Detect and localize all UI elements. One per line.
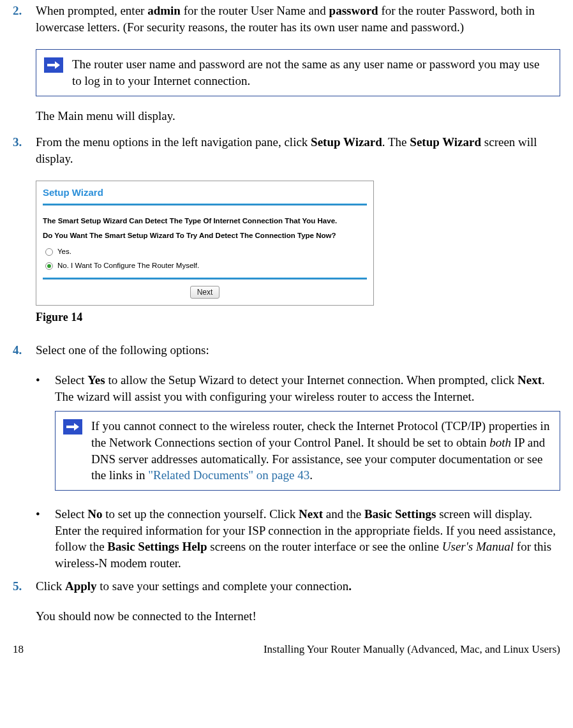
button-row: Next (43, 286, 367, 299)
setup-wizard-figure: Setup Wizard The Smart Setup Wizard Can … (36, 181, 374, 306)
italic-text: User's Manual (442, 540, 514, 553)
text: Select (55, 373, 87, 387)
arrow-right-icon (63, 419, 82, 435)
text: to set up the connection yourself. Click (102, 507, 299, 521)
radio-option-no[interactable]: No. I Want To Configure The Router Mysel… (43, 259, 367, 273)
radio-icon (45, 248, 53, 256)
figure-caption: Figure 14 (36, 309, 560, 325)
bold-text: Yes (87, 373, 105, 387)
divider (43, 278, 367, 279)
step-number: 3. (13, 134, 36, 172)
bullet-body: Select Yes to allow the Setup Wizard to … (55, 372, 560, 405)
note-box: The router user name and password are no… (36, 49, 560, 96)
text: screens on the router interface or see t… (207, 540, 442, 553)
paragraph-block: You should now be connected to the Inter… (36, 608, 560, 625)
paragraph: From the menu options in the left naviga… (36, 134, 560, 167)
step-number: 5. (13, 578, 36, 600)
bullet-item-no: • Select No to set up the connection you… (36, 506, 560, 572)
bold-text: Setup Wizard (311, 135, 382, 149)
text: to allow the Setup Wizard to detect your… (105, 373, 517, 387)
bullet-body: Select No to set up the connection yours… (55, 506, 560, 572)
text: Select (55, 507, 87, 521)
bold-text: Basic Settings Help (107, 540, 207, 553)
note-text: The router user name and password are no… (72, 56, 551, 89)
text: and the (323, 507, 364, 521)
bold-text: Setup Wizard (410, 135, 481, 149)
note-text: If you cannot connect to the wireless ro… (91, 418, 551, 484)
bullet-mark: • (36, 506, 55, 572)
page-footer: 18 Installing Your Router Manually (Adva… (13, 643, 560, 667)
link-related-documents[interactable]: "Related Documents" on page 43 (148, 468, 309, 482)
text: Click (36, 579, 65, 593)
step-2: 2. When prompted, enter admin for the ro… (13, 3, 560, 40)
paragraph: You should now be connected to the Inter… (36, 608, 560, 625)
divider (43, 204, 367, 205)
text: . (309, 468, 313, 482)
page-number: 18 (13, 643, 24, 657)
bullet-item-yes: • Select Yes to allow the Setup Wizard t… (36, 372, 560, 405)
radio-option-yes[interactable]: Yes. (43, 245, 367, 259)
text: . The (382, 135, 410, 149)
bold-text: Next (299, 507, 323, 521)
text: When prompted, enter (36, 4, 147, 17)
radio-label: No. I Want To Configure The Router Mysel… (57, 261, 199, 271)
bold-text: No (87, 507, 102, 521)
bold-text: . (348, 579, 352, 593)
paragraph: Select one of the following options: (36, 342, 560, 359)
paragraph: When prompted, enter admin for the route… (36, 3, 560, 35)
bullet-mark: • (36, 372, 55, 405)
step-body: Select one of the following options: (36, 342, 560, 364)
bold-text: Apply (65, 579, 97, 593)
bold-text: password (329, 4, 378, 17)
paragraph: The Main menu will display. (36, 108, 560, 124)
step-number: 2. (13, 3, 36, 40)
wizard-question-1: The Smart Setup Wizard Can Detect The Ty… (43, 216, 367, 227)
italic-text: both (489, 436, 511, 449)
paragraph: Click Apply to save your settings and co… (36, 578, 560, 595)
next-button[interactable]: Next (190, 286, 220, 299)
step-4: 4. Select one of the following options: (13, 342, 560, 364)
document-page: 2. When prompted, enter admin for the ro… (13, 0, 560, 667)
step-body: Click Apply to save your settings and co… (36, 578, 560, 600)
wizard-question-2: Do You Want The Smart Setup Wizard To Tr… (43, 230, 367, 241)
bold-text: Basic Settings (364, 507, 436, 521)
radio-label: Yes. (57, 247, 71, 257)
bold-text: Next (517, 373, 542, 387)
step-5: 5. Click Apply to save your settings and… (13, 578, 560, 600)
note-box: If you cannot connect to the wireless ro… (55, 411, 560, 491)
paragraph-block: The Main menu will display. (36, 108, 560, 124)
text: for the router User Name and (181, 4, 329, 17)
step-number: 4. (13, 342, 36, 364)
bold-text: admin (147, 4, 181, 17)
footer-chapter-title: Installing Your Router Manually (Advance… (264, 643, 560, 657)
radio-icon (45, 262, 53, 270)
step-body: From the menu options in the left naviga… (36, 134, 560, 172)
text: If you cannot connect to the wireless ro… (91, 419, 549, 449)
wizard-title: Setup Wizard (43, 186, 367, 199)
text: to save your settings and complete your … (97, 579, 349, 593)
arrow-right-icon (44, 57, 63, 73)
text: From the menu options in the left naviga… (36, 135, 311, 149)
step-3: 3. From the menu options in the left nav… (13, 134, 560, 172)
step-body: When prompted, enter admin for the route… (36, 3, 560, 40)
